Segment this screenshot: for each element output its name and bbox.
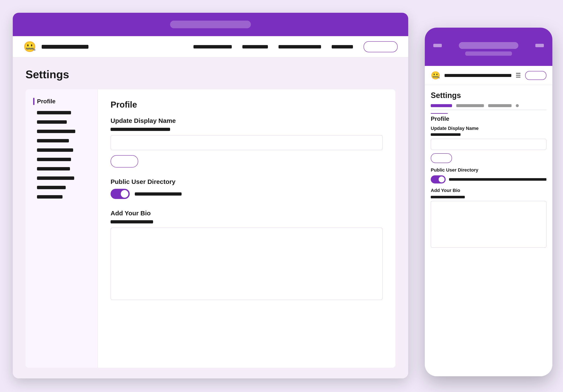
active-indicator: [33, 98, 34, 105]
sidebar-item-profile[interactable]: Profile: [33, 98, 90, 105]
mobile-site-logo-icon: 🤐: [431, 71, 440, 80]
mobile-address-bar[interactable]: [459, 42, 518, 49]
settings-content: Profile Update Display Name Public User …: [98, 89, 396, 368]
public-directory-label: Public User Directory: [111, 178, 383, 185]
mobile-display-name-label: Update Display Name: [431, 126, 546, 131]
public-directory-group: Public User Directory: [111, 178, 383, 199]
sidebar-item-8[interactable]: [37, 177, 74, 180]
sidebar-item-10[interactable]: [37, 195, 63, 199]
sidebar-item-1[interactable]: [37, 111, 71, 114]
toggle-thumb: [121, 190, 128, 198]
settings-sidebar: Profile: [26, 89, 98, 368]
bio-textarea[interactable]: [111, 228, 383, 300]
mobile-tabs: [431, 104, 546, 110]
mobile-section-title: Profile: [431, 115, 546, 122]
nav-link-1[interactable]: [193, 45, 232, 49]
mobile-bio-group: Add Your Bio: [431, 188, 546, 248]
sidebar-item-4[interactable]: [37, 139, 69, 142]
nav-link-4[interactable]: [332, 45, 353, 49]
brand-name-bar: [42, 45, 89, 49]
page-title: Settings: [26, 68, 396, 81]
sidebar-item-3[interactable]: [37, 130, 75, 133]
mobile-menu-chrome-button[interactable]: [535, 44, 544, 47]
mobile-display-name-sub: [431, 133, 461, 136]
mobile-nav-bar: 🤐 ☰: [425, 66, 552, 85]
mobile-toggle-thumb: [439, 177, 445, 182]
nav-link-2[interactable]: [242, 45, 268, 49]
bio-label: Add Your Bio: [111, 210, 383, 217]
mobile-hamburger-icon[interactable]: ☰: [516, 72, 521, 79]
sidebar-item-2[interactable]: [37, 120, 67, 124]
display-name-label: Update Display Name: [111, 117, 383, 124]
mobile-toggle-label-bar: [449, 178, 546, 181]
sidebar-active-label: Profile: [37, 98, 55, 105]
mobile-directory-toggle[interactable]: [431, 175, 446, 183]
mobile-brand-bar: [445, 74, 511, 77]
mobile-nav-cta-button[interactable]: [525, 71, 546, 80]
mobile-notch: [425, 42, 552, 49]
mobile-toggle-row: [431, 175, 546, 183]
mobile-bio-textarea[interactable]: [431, 201, 546, 248]
mobile-bio-label: Add Your Bio: [431, 188, 546, 193]
update-display-name-group: Update Display Name: [111, 117, 383, 167]
mobile-tab-2[interactable]: [456, 104, 484, 107]
mobile-tab-3[interactable]: [488, 104, 512, 107]
mobile-tab-1[interactable]: [431, 104, 452, 107]
browser-address-bar[interactable]: [170, 21, 251, 28]
settings-layout: Profile Profile Update Display Na: [26, 89, 396, 368]
mobile-browser: 🤐 ☰ Settings Profile Update Display Name…: [425, 28, 552, 376]
nav-links: [193, 41, 397, 52]
bio-sub: [111, 220, 153, 223]
nav-link-3[interactable]: [279, 45, 321, 49]
mobile-content: Settings Profile Update Display Name Pub…: [425, 85, 552, 376]
mobile-tab-underline: [431, 113, 448, 114]
toggle-label-bar: [135, 192, 181, 196]
mobile-public-directory-group: Public User Directory: [431, 167, 546, 183]
mobile-chrome: [425, 28, 552, 66]
section-title: Profile: [111, 100, 383, 110]
mobile-bio-sub: [431, 196, 465, 198]
mobile-display-name-save-button[interactable]: [431, 153, 452, 163]
sidebar-item-9[interactable]: [37, 186, 66, 189]
mobile-status-bar: [465, 51, 512, 56]
display-name-sub: [111, 128, 170, 131]
add-bio-group: Add Your Bio: [111, 210, 383, 300]
desktop-browser: 🤐 Settings Profile: [13, 13, 408, 379]
public-directory-toggle[interactable]: [111, 189, 130, 199]
sidebar-item-5[interactable]: [37, 148, 73, 152]
mobile-close-button[interactable]: [433, 44, 442, 47]
mobile-page-title: Settings: [431, 91, 546, 100]
mobile-display-name-input[interactable]: [431, 139, 546, 150]
toggle-row: [111, 189, 383, 199]
settings-page: Settings Profile: [13, 57, 408, 379]
browser-brand: 🤐: [23, 41, 89, 53]
site-logo-icon: 🤐: [23, 41, 36, 53]
sidebar-item-6[interactable]: [37, 158, 71, 161]
browser-nav-bar: 🤐: [13, 36, 408, 57]
mobile-directory-label: Public User Directory: [431, 167, 546, 173]
nav-cta-button[interactable]: [364, 41, 397, 52]
browser-chrome: [13, 13, 408, 36]
display-name-input[interactable]: [111, 135, 383, 150]
mobile-tab-more[interactable]: [516, 104, 519, 107]
sidebar-item-7[interactable]: [37, 167, 70, 170]
mobile-display-name-group: Update Display Name: [431, 126, 546, 163]
display-name-save-button[interactable]: [111, 155, 138, 167]
